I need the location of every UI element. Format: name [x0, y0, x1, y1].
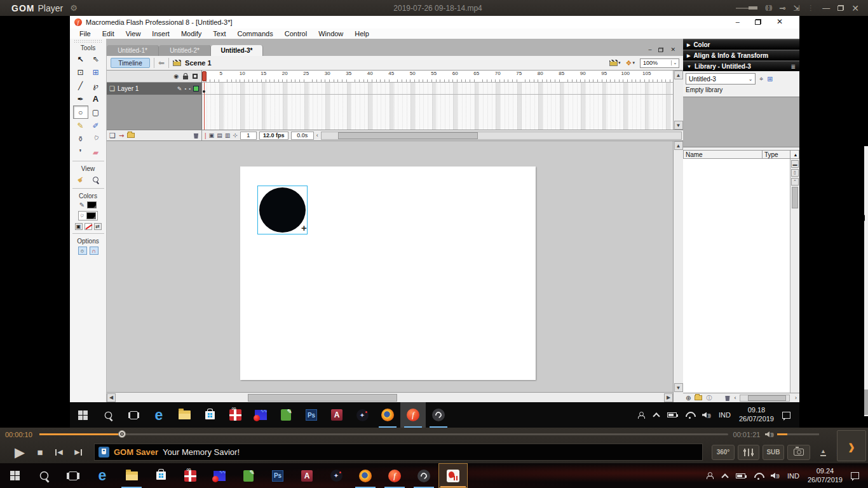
taskbar-store-button[interactable]: [146, 463, 175, 488]
action-center-icon[interactable]: [851, 472, 859, 479]
taskbar-clock[interactable]: 09.24 26/07/2019: [808, 467, 843, 485]
stage-hscroll-thumb[interactable]: [248, 394, 397, 402]
timeline-horizontal-scrollbar[interactable]: [321, 132, 682, 140]
timeline-vertical-scrollbar[interactable]: ▲ ▼: [673, 71, 683, 130]
capture-button[interactable]: [787, 445, 810, 460]
menu-insert[interactable]: Insert: [146, 30, 175, 37]
gom-saver-banner[interactable]: GOM Saver Your Memory Savior!: [94, 444, 703, 461]
taskbar-flash-button[interactable]: f: [380, 463, 409, 488]
library-options-menu-icon[interactable]: ≣: [790, 64, 796, 70]
taskbar-photoshop-button[interactable]: Ps: [263, 463, 292, 488]
lock-layers-icon[interactable]: [183, 76, 188, 79]
next-button[interactable]: ▶: [69, 448, 88, 456]
settings-gear-icon[interactable]: ⚙: [70, 3, 78, 13]
library-horizontal-scrollbar[interactable]: [740, 395, 790, 402]
back-arrow-icon[interactable]: ⬅: [158, 58, 165, 67]
tray-chevron-icon[interactable]: [721, 473, 728, 480]
menu-text[interactable]: Text: [207, 30, 231, 37]
restore-button[interactable]: [837, 5, 844, 11]
library-delete-button[interactable]: [724, 395, 730, 401]
add-motion-guide-button[interactable]: ⇝: [119, 132, 124, 139]
subselection-tool[interactable]: ⇖: [88, 52, 104, 65]
library-panel-header[interactable]: ▼Library - Untitled-3 ≣: [683, 62, 799, 71]
edit-symbol-button[interactable]: ❖▾: [626, 59, 635, 67]
onion-skin-outlines-button[interactable]: ▥: [225, 132, 231, 139]
zoom-level-combo[interactable]: 100% ⌄: [640, 58, 679, 68]
doc-minimize-button[interactable]: –: [648, 46, 651, 53]
library-scroll-up-button[interactable]: ⌃: [791, 178, 799, 186]
outline-layers-icon[interactable]: [193, 74, 198, 79]
taskbar-search-button[interactable]: [29, 463, 58, 488]
menu-file[interactable]: File: [74, 30, 97, 37]
no-color-button[interactable]: [85, 223, 92, 230]
new-library-panel-button[interactable]: ⊞: [767, 75, 773, 83]
edit-scene-button[interactable]: ▾: [609, 60, 621, 66]
selection-tool[interactable]: ↖: [73, 52, 88, 65]
swap-colors-button[interactable]: ⇄: [94, 223, 102, 230]
flash-minimize-button[interactable]: –: [736, 18, 740, 25]
stage-vertical-scrollbar[interactable]: ▲ ▼: [673, 141, 683, 402]
color-panel-header[interactable]: ▶Color: [683, 40, 799, 50]
layer-outline-color-swatch[interactable]: [193, 86, 199, 92]
previous-button[interactable]: ◀: [50, 448, 69, 456]
taskbar-access-button[interactable]: A: [292, 463, 322, 488]
timeline-frames[interactable]: 5101520253035404550556065707580859095100…: [202, 71, 673, 130]
library-hscroll-left[interactable]: ‹: [734, 395, 736, 401]
taskbar-dark-app-button[interactable]: ✦: [322, 463, 351, 488]
tab-untitled-3[interactable]: Untitled-3*: [211, 45, 263, 56]
stage-scroll-down-button[interactable]: ▼: [674, 383, 683, 392]
timeline-hscroll-left-button[interactable]: ‹: [316, 132, 318, 139]
people-icon[interactable]: [707, 472, 714, 479]
taskbar-gom-player-button[interactable]: [438, 463, 468, 488]
taskbar-audio-app-button[interactable]: [205, 463, 234, 488]
rectangle-tool[interactable]: ▢: [88, 105, 104, 119]
doc-close-button[interactable]: ✕: [670, 46, 675, 53]
insert-layer-button[interactable]: ❏: [109, 132, 116, 140]
library-scroll-thumb[interactable]: [792, 187, 798, 208]
library-type-column[interactable]: Type: [763, 150, 790, 159]
frames-grid[interactable]: [202, 83, 673, 130]
align-info-transform-panel-header[interactable]: ▶Align & Info & Transform: [683, 51, 799, 60]
seek-handle[interactable]: [118, 430, 126, 438]
menu-control[interactable]: Control: [279, 30, 313, 37]
timeline-toggle-button[interactable]: Timeline: [111, 58, 150, 68]
stage-scroll-right-button[interactable]: ▶: [664, 393, 673, 402]
drawn-oval-shape[interactable]: [259, 187, 306, 233]
taskbar-obs-button[interactable]: [409, 463, 438, 488]
video-display[interactable]: f Macromedia Flash Professional 8 - [Unt…: [0, 16, 868, 428]
text-tool[interactable]: A: [88, 92, 104, 105]
line-tool[interactable]: ╱: [73, 79, 88, 92]
taskbar-edge-button[interactable]: e: [88, 463, 117, 488]
tab-untitled-1[interactable]: Untitled-1*: [107, 45, 159, 56]
task-view-button[interactable]: [58, 463, 88, 488]
new-symbol-button[interactable]: ⊕: [686, 395, 691, 402]
timeline-scroll-up-button[interactable]: ▲: [674, 71, 683, 79]
close-button[interactable]: ✕: [851, 4, 859, 13]
volume-slider[interactable]: [777, 433, 819, 435]
tray-volume-icon[interactable]: ))): [771, 473, 779, 478]
ink-bottle-tool[interactable]: ⚱: [73, 132, 88, 146]
timeline-scroll-down-button[interactable]: ▼: [674, 121, 683, 130]
sound-broadcast-icon[interactable]: ((·)): [765, 5, 771, 11]
stage-scroll-up-button[interactable]: ▲: [674, 141, 683, 150]
view-360-button[interactable]: 360°: [712, 445, 735, 460]
onion-skin-button[interactable]: ▤: [217, 132, 222, 139]
control-panel-button[interactable]: [738, 445, 759, 460]
pin-on-top-icon[interactable]: ⊸: [779, 4, 785, 12]
seek-bar[interactable]: [39, 433, 728, 435]
library-hscroll-right[interactable]: ›: [795, 395, 797, 401]
pen-tool[interactable]: ✒: [73, 92, 88, 105]
fill-color-swatch[interactable]: [86, 212, 96, 219]
stage-canvas[interactable]: +: [240, 166, 536, 380]
language-indicator[interactable]: IND: [787, 472, 799, 480]
flash-restore-button[interactable]: [755, 19, 761, 25]
eraser-tool[interactable]: ▰: [88, 146, 104, 159]
play-button[interactable]: ▶: [9, 445, 31, 460]
library-sort-order-button[interactable]: ▲: [790, 150, 799, 159]
titlebar-volume-slider[interactable]: [736, 6, 757, 10]
frame-rate-indicator[interactable]: 12.0 fps: [259, 132, 288, 140]
panel-gripper[interactable]: [74, 40, 102, 43]
library-pin-button[interactable]: ⌖: [759, 75, 763, 83]
library-document-combo[interactable]: Untitled-3 ⌄: [686, 73, 756, 85]
flash-close-button[interactable]: ✕: [776, 17, 783, 26]
